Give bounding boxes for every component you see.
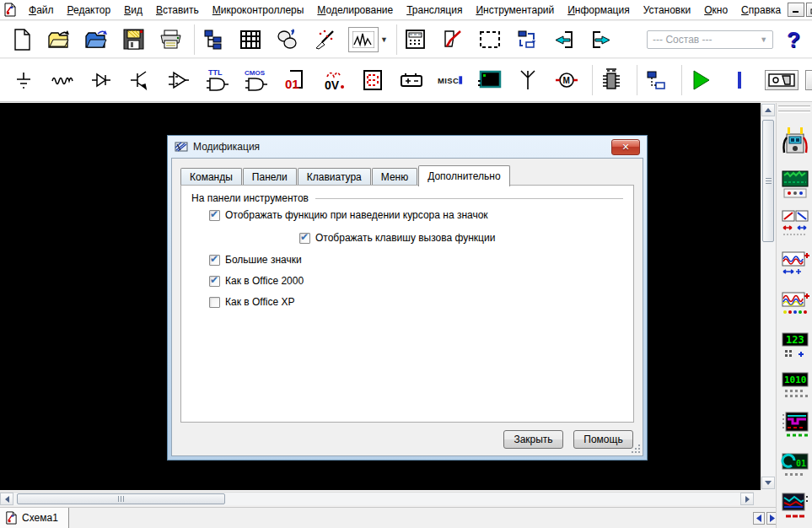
checkbox-box[interactable] (209, 255, 220, 266)
menu-tools[interactable]: Инструментарий (469, 2, 561, 19)
checkbox-large-icons[interactable]: Большие значки (209, 254, 302, 266)
transistor-icon[interactable] (126, 66, 153, 94)
menu-translation[interactable]: Трансляция (400, 2, 469, 19)
ac-source-icon[interactable] (49, 66, 76, 94)
swap-icon[interactable] (514, 25, 540, 54)
open-import-icon[interactable] (46, 25, 73, 54)
multimeter-icon[interactable] (780, 125, 810, 162)
waveform-icon[interactable] (348, 27, 379, 52)
checkbox-office-xp-style[interactable]: Как в Office XP (209, 296, 294, 308)
minimize-button[interactable] (788, 3, 804, 17)
new-document-icon[interactable] (8, 25, 35, 54)
indicator-0v-icon[interactable]: 0V (320, 66, 347, 94)
save-icon[interactable] (120, 25, 147, 54)
battery-icon[interactable] (398, 66, 425, 94)
scroll-up-icon[interactable] (761, 104, 775, 116)
instruments-sidebar: 123 1010 (776, 103, 812, 528)
menu-help[interactable]: Справка (734, 2, 788, 19)
menu-editor[interactable]: Редактор (61, 2, 118, 19)
function-generator-icon[interactable] (780, 165, 810, 202)
import-icon[interactable] (551, 25, 578, 54)
scroll-down-icon[interactable] (761, 477, 775, 489)
motor-icon[interactable]: M (553, 66, 580, 94)
pause-mark-icon[interactable] (726, 66, 753, 94)
checkbox-box[interactable] (209, 297, 220, 308)
restore-button[interactable] (806, 3, 812, 17)
open-folder-icon[interactable] (83, 25, 110, 54)
diode-icon[interactable] (88, 66, 115, 94)
menu-microcontrollers[interactable]: Микроконтроллеры (206, 2, 311, 19)
help-icon[interactable]: ? (787, 29, 800, 51)
horizontal-scroll-thumb[interactable] (17, 493, 225, 504)
frequency-counter-icon[interactable]: 123 (780, 327, 810, 364)
tab-menu[interactable]: Меню (372, 168, 417, 186)
scheme-tab[interactable]: Схема1 (0, 508, 69, 528)
misc-icon[interactable]: MISC (437, 66, 464, 94)
dialog-titlebar[interactable]: Модификация ✕ (168, 136, 647, 158)
vertical-scroll-thumb[interactable] (762, 120, 774, 242)
dialog-tabs: Команды Панели Клавиатура Меню Дополните… (180, 165, 511, 186)
word-generator-icon[interactable]: 1010 (780, 368, 810, 405)
menu-information[interactable]: Информация (561, 2, 636, 19)
calculator-icon[interactable] (402, 25, 429, 54)
waveform-dropdown-icon[interactable]: ▼ (380, 35, 388, 44)
tab-prev-icon[interactable] (753, 512, 765, 525)
close-dialog-button[interactable]: Закрыть (503, 430, 563, 449)
cmos-gate-icon[interactable]: CMOS (243, 66, 270, 94)
mcu-chip-icon[interactable] (598, 66, 625, 94)
tab-panels[interactable]: Панели (243, 168, 297, 186)
toolbar-separator (681, 65, 682, 95)
opamp-icon[interactable] (165, 66, 192, 94)
help-dialog-button[interactable]: Помощь (573, 430, 633, 449)
wattmeter-icon[interactable] (780, 206, 810, 243)
hierarchy-icon[interactable] (200, 25, 227, 54)
checkbox-show-function-hint[interactable]: Отображать функцию при наведении курсора… (209, 209, 488, 221)
app-icon (3, 3, 17, 17)
resize-grip[interactable] (632, 444, 641, 454)
combo-dropdown-icon: ▼ (760, 35, 767, 44)
checkbox-label: Как в Office 2000 (225, 275, 304, 287)
menu-simulation[interactable]: Моделирование (310, 2, 400, 19)
export-icon[interactable] (588, 25, 615, 54)
grid-icon[interactable] (237, 25, 264, 54)
menu-insert[interactable]: Вставить (149, 2, 206, 19)
seven-segment-icon[interactable] (359, 66, 386, 94)
menu-file[interactable]: Файл (22, 2, 61, 19)
scroll-right-icon[interactable] (740, 493, 754, 505)
ttl-gate-icon[interactable]: TTL (204, 66, 231, 94)
power-switch-icon[interactable] (765, 70, 799, 90)
selection-icon[interactable] (476, 25, 503, 54)
pause-button-icon[interactable] (805, 70, 812, 90)
tab-commands[interactable]: Команды (180, 168, 242, 186)
subcircuit-icon[interactable] (643, 66, 669, 94)
wand-icon[interactable] (311, 25, 338, 54)
monitor-icon[interactable] (476, 66, 503, 94)
spellcheck-icon[interactable] (439, 25, 466, 54)
oscilloscope-icon[interactable] (780, 246, 810, 283)
tab-keyboard[interactable]: Клавиатура (298, 168, 371, 186)
antenna-icon[interactable] (514, 66, 541, 94)
rotate-icon[interactable] (274, 25, 301, 54)
logic-converter-icon[interactable]: 01 (780, 449, 810, 486)
horizontal-scrollbar[interactable] (0, 492, 754, 505)
vertical-scrollbar[interactable] (761, 103, 775, 490)
composition-combo[interactable]: --- Состав --- ▼ (647, 30, 773, 49)
checkbox-box[interactable] (209, 276, 220, 287)
logic-analyzer-icon[interactable] (780, 408, 810, 445)
scroll-left-icon[interactable] (0, 493, 13, 505)
print-icon[interactable] (157, 25, 184, 54)
run-icon[interactable] (687, 66, 714, 94)
menu-view[interactable]: Вид (117, 2, 149, 19)
menu-settings[interactable]: Установки (637, 2, 698, 19)
bode-plotter-icon[interactable] (780, 287, 810, 324)
menu-window[interactable]: Окно (697, 2, 734, 19)
checkbox-office-2000-style[interactable]: Как в Office 2000 (209, 275, 304, 287)
digital-01-icon[interactable]: 01 (282, 66, 309, 94)
spectrum-analyzer-icon[interactable] (780, 489, 810, 526)
dialog-close-button[interactable]: ✕ (611, 139, 640, 155)
checkbox-box[interactable] (299, 233, 310, 244)
checkbox-show-shortcut-key[interactable]: Отображать клавишу вызова функции (299, 232, 495, 244)
tab-additional[interactable]: Дополнительно (418, 165, 509, 186)
checkbox-box[interactable] (209, 210, 220, 221)
ground-icon[interactable] (10, 66, 37, 94)
